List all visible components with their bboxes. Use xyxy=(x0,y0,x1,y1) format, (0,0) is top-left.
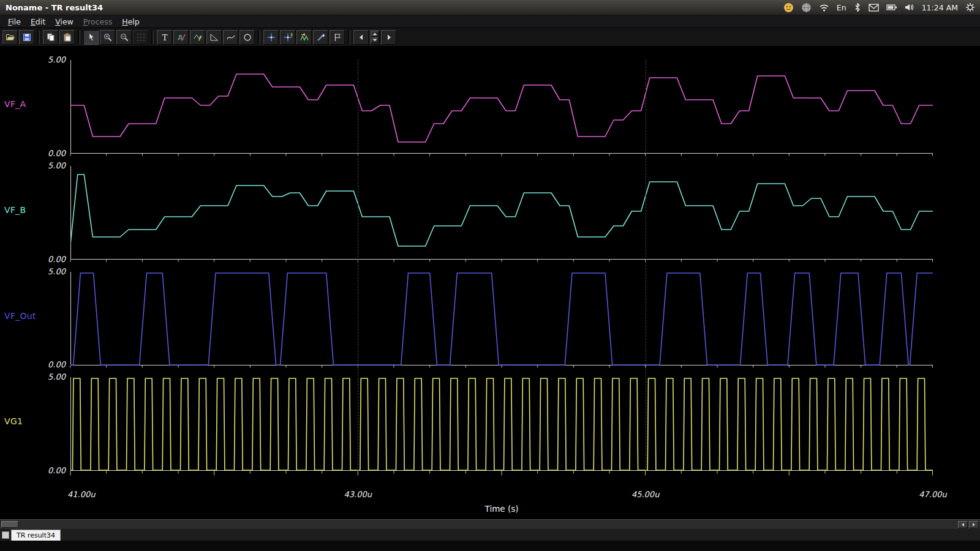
battery-icon[interactable] xyxy=(886,4,897,11)
window-title: Noname - TR result34 xyxy=(0,3,103,12)
language-indicator[interactable]: En xyxy=(837,3,846,12)
vertical-gridline xyxy=(358,60,358,471)
zoom-out-button[interactable] xyxy=(116,30,132,45)
waveform-panel-vf-a[interactable] xyxy=(70,60,933,154)
interpolate-icon xyxy=(300,32,309,42)
svg-text:b: b xyxy=(290,32,293,37)
y-axis-max-label: 5.00 xyxy=(0,267,66,276)
page-spinner[interactable] xyxy=(370,30,380,45)
zigzag-probe-icon xyxy=(193,32,203,42)
volume-icon[interactable] xyxy=(905,3,914,12)
x-tick-label: 45.00u xyxy=(631,490,659,499)
open-folder-icon xyxy=(6,32,15,42)
waveform-panel-vg1[interactable] xyxy=(70,377,933,471)
signal-label-vg1[interactable]: VG1 xyxy=(4,416,23,426)
zoom-in-button[interactable] xyxy=(100,30,115,45)
pen-add-tool-button[interactable] xyxy=(313,30,328,45)
waveform-probe-2-button[interactable] xyxy=(190,30,205,45)
text-tool-button[interactable]: T xyxy=(157,30,172,45)
x-tick-label: 43.00u xyxy=(344,490,372,499)
result-tab-bar: TR result34 xyxy=(0,529,980,541)
step-probe-icon xyxy=(176,32,186,42)
tab-corner-box[interactable] xyxy=(2,531,9,539)
system-top-panel: Noname - TR result34 En 11:24 AM xyxy=(0,0,980,15)
keyboard-indicator-icon[interactable] xyxy=(783,2,794,13)
network-sphere-icon[interactable] xyxy=(801,2,812,13)
toolbar-separator xyxy=(78,31,80,44)
clock-indicator[interactable]: 11:24 AM xyxy=(922,3,958,12)
menu-help[interactable]: Help xyxy=(117,16,145,28)
scrollbar-thumb[interactable] xyxy=(1,521,18,528)
spin-down-icon[interactable] xyxy=(371,37,379,43)
curve-tool-button[interactable] xyxy=(223,30,238,45)
cursor-arrow-icon xyxy=(86,32,96,42)
mail-icon[interactable] xyxy=(869,4,879,12)
triangle-ruler-icon xyxy=(209,32,219,42)
menu-file[interactable]: File xyxy=(3,16,26,28)
y-axis-max-label: 5.00 xyxy=(0,372,66,381)
arrow-right-icon xyxy=(384,32,394,42)
save-button[interactable] xyxy=(19,30,34,45)
x-axis-tick-row xyxy=(70,260,933,265)
page-next-button[interactable] xyxy=(381,30,396,45)
copy-icon xyxy=(46,32,56,42)
waveform-panel-vf-out[interactable] xyxy=(70,272,933,365)
select-tool-button[interactable] xyxy=(83,30,99,45)
scroll-right-button[interactable] xyxy=(969,521,979,528)
spin-up-icon[interactable] xyxy=(371,31,379,37)
waveform-trace-VF_A xyxy=(70,74,933,142)
protractor-tool-button[interactable] xyxy=(206,30,222,45)
x-tick-label: 47.00u xyxy=(919,490,946,499)
menu-edit[interactable]: Edit xyxy=(26,16,50,28)
toolbar-separator xyxy=(151,31,154,44)
cursor-b-tool-button[interactable]: b xyxy=(280,30,295,45)
ellipse-tool-button[interactable] xyxy=(239,30,255,45)
cursor-a-icon xyxy=(266,32,276,42)
marker-tool-button[interactable] xyxy=(330,30,345,45)
circle-icon xyxy=(243,32,252,42)
zoom-out-icon xyxy=(119,32,129,42)
waveform-trace-VF_Out xyxy=(70,273,933,365)
status-strip xyxy=(0,541,980,551)
text-icon: T xyxy=(160,32,170,42)
x-axis-tick-row xyxy=(70,154,933,159)
y-axis-max-label: 5.00 xyxy=(0,161,66,170)
session-menu-icon[interactable] xyxy=(965,2,975,12)
y-axis-min-label: 0.00 xyxy=(0,360,66,369)
grid-dots-icon xyxy=(136,32,146,42)
tab-tr-result34[interactable]: TR result34 xyxy=(11,530,61,541)
x-tick-label: 41.00u xyxy=(67,490,95,499)
zoom-in-icon xyxy=(103,32,113,42)
horizontal-scrollbar[interactable] xyxy=(0,519,980,529)
waveform-trace-VF_B xyxy=(70,174,933,246)
save-floppy-icon xyxy=(22,32,32,42)
toolbar-separator xyxy=(348,31,350,44)
signal-label-vf-out[interactable]: VF_Out xyxy=(4,311,36,321)
wifi-icon[interactable] xyxy=(819,3,829,12)
waveform-viewer: 5.00 0.00 VF_A 5.00 0.00 VF_B 5.00 0.00 … xyxy=(0,47,980,519)
panel-axes xyxy=(71,272,933,365)
paste-icon xyxy=(62,32,72,42)
waveform-panel-vf-b[interactable] xyxy=(70,166,933,260)
open-button[interactable] xyxy=(2,30,18,45)
x-axis-tick-row xyxy=(70,365,933,371)
signal-label-vf-a[interactable]: VF_A xyxy=(4,99,26,109)
signal-label-vf-b[interactable]: VF_B xyxy=(4,205,26,215)
waveform-probe-1-button[interactable] xyxy=(173,30,189,45)
cursor-a-tool-button[interactable] xyxy=(263,30,279,45)
copy-button[interactable] xyxy=(43,30,58,45)
page-prev-button[interactable] xyxy=(353,30,369,45)
pen-plus-icon xyxy=(316,32,326,42)
bluetooth-icon[interactable] xyxy=(854,2,861,12)
interpolate-tool-button[interactable] xyxy=(296,30,312,45)
menu-bar: FileEditViewProcessHelp xyxy=(0,15,980,28)
x-axis-title: Time (s) xyxy=(70,504,933,514)
paste-button[interactable] xyxy=(59,30,75,45)
scroll-left-button[interactable] xyxy=(958,521,968,528)
y-axis-min-label: 0.00 xyxy=(0,149,66,158)
scroll-right-icon xyxy=(971,522,976,527)
menu-view[interactable]: View xyxy=(50,16,78,28)
menu-process: Process xyxy=(78,16,117,28)
toolbar: T b xyxy=(0,28,980,47)
toolbar-separator xyxy=(37,31,40,44)
